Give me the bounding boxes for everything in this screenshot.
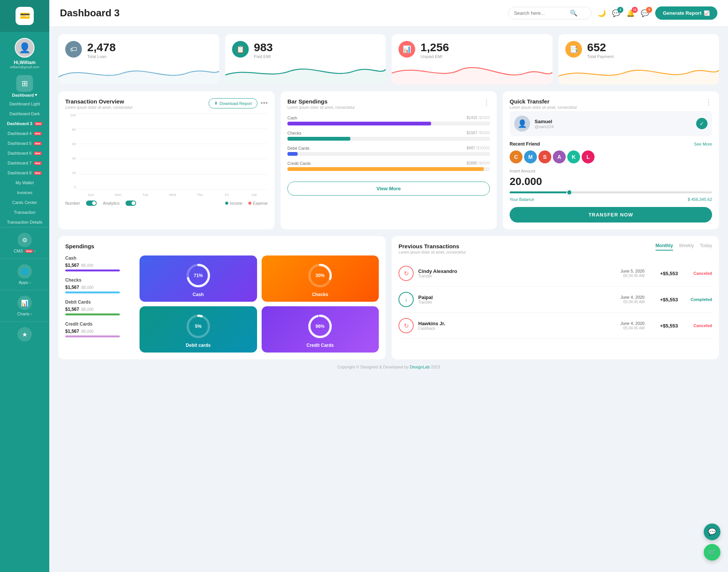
donut-label-1: Checks (312, 292, 328, 297)
star-btn[interactable]: ★ (17, 325, 32, 344)
more-options-btn[interactable]: ••• (260, 99, 268, 107)
friend-avatar-1[interactable]: M (524, 150, 537, 163)
spending-bar-row-1: Checks $1567 /$5000 (287, 131, 490, 141)
transfer-now-btn[interactable]: TRANSFER NOW (510, 207, 712, 223)
sidebar-item-transaction[interactable]: Transaction (0, 207, 49, 217)
sidebar-item-dashboard-8[interactable]: Dashboard 8 New (0, 168, 49, 178)
transaction-overview-card: Transaction Overview Lorem ipsum dolor s… (58, 91, 275, 229)
amount-value: 20.000 (510, 176, 712, 188)
balance-label: Your Balance (510, 197, 534, 202)
spending-track-2 (287, 152, 490, 156)
friend-avatar-4[interactable]: K (567, 150, 580, 163)
friend-avatar-5[interactable]: L (582, 150, 595, 163)
sidebar-email: william@gmail.com (10, 65, 39, 69)
friend-avatar-3[interactable]: A (553, 150, 566, 163)
spending-track-0 (287, 122, 490, 125)
pt-row-1: ↓ Paipal Transfer June 4, 202005:34:45 A… (399, 287, 712, 313)
amount-slider[interactable] (510, 191, 712, 193)
bottom-row: Spendings Cash $1,567 /$5,000 Checks $1,… (58, 236, 719, 359)
recent-friend-row: Recent Friend See More (510, 141, 712, 147)
sidebar-logo: 💳 (0, 0, 49, 32)
x-label-5: Fri (213, 193, 241, 197)
spending-item-amount-3: $1,567 (65, 329, 79, 334)
bar-spendings-header: Bar Spendings Lorem ipsum dolor sit amet… (287, 98, 490, 110)
number-toggle[interactable] (86, 201, 97, 206)
y-label-0: 0 (65, 185, 76, 189)
pt-row-icon-1: ↓ (399, 292, 414, 307)
stat-wave-paid-emi (225, 62, 386, 85)
y-label-40: 40 (65, 157, 76, 160)
analytics-toggle[interactable] (126, 201, 136, 206)
pt-row-amount-2: +$5,553 (655, 323, 678, 329)
sidebar-item-cards-center[interactable]: Cards Center (0, 197, 49, 207)
sidebar: 💳 👤 Hi,William william@gmail.com ⊞ Dashb… (0, 0, 49, 572)
spending-label-2: Debit Cards (287, 146, 309, 150)
generate-report-btn[interactable]: Generate Report 📈 (655, 6, 717, 20)
pt-row-amount-1: +$5,553 (655, 297, 678, 302)
x-label-2: Tue (132, 193, 159, 197)
spending-item-1: Checks $1,567 /$5,000 (65, 277, 133, 293)
pt-title: Previous Transactions (399, 243, 466, 249)
bar-spendings-more-btn[interactable]: ⋮ (483, 98, 490, 107)
page-title: Dashboard 3 (60, 7, 502, 19)
quick-transfer-more-btn[interactable]: ⋮ (705, 98, 712, 107)
previous-transactions-card: Previous Transactions Lorem ipsum dolor … (392, 236, 719, 359)
search-bar[interactable]: 🔍 (508, 7, 592, 19)
donut-svg-3: 96% (307, 313, 333, 340)
friend-avatar-2[interactable]: S (538, 150, 551, 163)
sidebar-item-dashboard-6[interactable]: Dashboard 6 New (0, 148, 49, 158)
stat-wave-unpaid-emi (392, 62, 552, 85)
messages-btn[interactable]: 💬 2 (612, 9, 620, 17)
download-report-btn[interactable]: ⬇ Download Report (209, 98, 257, 108)
download-icon: ⬇ (214, 101, 218, 106)
floating-cart-btn[interactable]: 🛒 (704, 544, 720, 561)
spending-item-total-3: /$5,000 (81, 329, 93, 334)
expense-dot (248, 202, 251, 205)
donut-label-3: Credit Cards (306, 343, 334, 348)
spending-bar-row-3: Credit Cards $3890 /$4000 (287, 161, 490, 171)
sidebar-item-dashboard-7[interactable]: Dashboard 7 New (0, 158, 49, 168)
dashboard-label[interactable]: Dashboard ▾ (12, 92, 37, 97)
apps-btn[interactable]: 🌐 Apps › (17, 262, 32, 287)
spending-fill-3 (287, 167, 484, 171)
charts-btn[interactable]: 📊 Charts › (17, 293, 32, 318)
bar-spendings-subtitle: Lorem ipsum dolor sit amet, consectetur (287, 105, 355, 110)
qt-name: Samuel (535, 119, 554, 124)
pt-tab-weekly[interactable]: Weekly (679, 243, 694, 251)
sidebar-item-dashboard-3[interactable]: Dashboard 3 New (0, 119, 49, 129)
search-input[interactable] (514, 10, 567, 16)
pt-row-status-2: Canceled (686, 323, 712, 328)
number-label: Number (65, 201, 80, 205)
cms-btn[interactable]: ⚙ CMS New › (14, 230, 36, 255)
see-more-link[interactable]: See More (694, 142, 712, 146)
donut-svg-2: 5% (185, 313, 212, 340)
pt-row-name-1: Paipal (418, 295, 433, 300)
spending-item-amount-1: $1,567 (65, 285, 79, 290)
floating-support-btn[interactable]: 💬 (704, 523, 720, 540)
sidebar-item-dashboard-4[interactable]: Dashboard 4 New (0, 129, 49, 138)
pt-tab-monthly[interactable]: Monthly (656, 243, 673, 251)
sidebar-item-dashboard-light[interactable]: Dashboard Light (0, 99, 49, 109)
donut-card-0: 71% Cash (140, 255, 257, 302)
x-label-3: Wed (159, 193, 186, 197)
pt-row-0: ↻ Cindy Alexandro Transfer June 5, 20200… (399, 260, 712, 287)
sidebar-star-section: ★ (0, 321, 49, 347)
notifications-btn[interactable]: 🔔 12 (626, 9, 635, 17)
sidebar-item-invoices[interactable]: Invoices (0, 188, 49, 197)
sidebar-item-dashboard-5[interactable]: Dashboard 5 New (0, 138, 49, 148)
view-more-btn[interactable]: View More (287, 182, 490, 196)
theme-toggle-btn[interactable]: 🌙 (598, 9, 606, 17)
sidebar-item-my-wallet[interactable]: My Wallet (0, 178, 49, 188)
footer-link[interactable]: DexignLab (410, 365, 430, 369)
sidebar-item-transaction-details[interactable]: Transaction Details (0, 217, 49, 227)
balance-row: Your Balance $ 456,345.62 (510, 197, 712, 202)
friend-avatar-0[interactable]: C (510, 150, 522, 163)
sidebar-item-dashboard-dark[interactable]: Dashboard Dark (0, 109, 49, 119)
dashboard-icon-btn[interactable]: ⊞ (16, 75, 33, 92)
spending-item-total-0: /$5,000 (81, 263, 93, 268)
sidebar-username: Hi,William (14, 60, 35, 65)
pt-tab-today[interactable]: Today (700, 243, 712, 251)
chat-btn[interactable]: 💬 5 (641, 9, 649, 17)
stat-card-unpaid-emi: 📊 1,256 Unpaid EMI (392, 34, 552, 85)
pt-row-date-0: June 5, 202005:34:45 AM (620, 269, 645, 278)
